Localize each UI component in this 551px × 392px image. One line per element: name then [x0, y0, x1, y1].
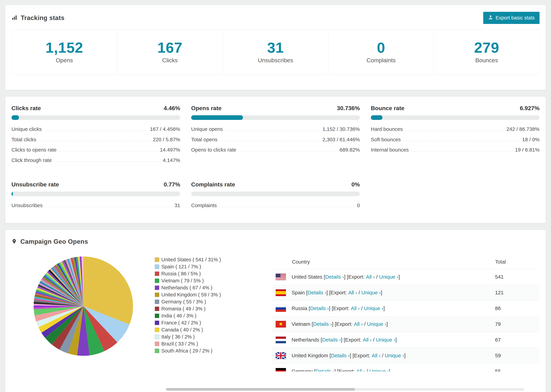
legend-swatch	[155, 300, 159, 304]
legend-label: Vietnam ( 79 / 5% )	[161, 278, 204, 284]
bracket: [	[332, 305, 333, 311]
export-unique-link[interactable]: Unique ›	[364, 305, 383, 311]
bracket: [	[329, 290, 330, 295]
bracket: [	[314, 368, 315, 371]
rate-row: Total clicks 220 / 5.87%	[11, 134, 180, 145]
export-label: Export:	[354, 353, 372, 358]
gb-flag-icon	[276, 352, 286, 359]
export-all-link[interactable]: All ›	[348, 290, 357, 295]
stat-label: Bounces	[434, 57, 539, 64]
legend-label: United Kingdom ( 59 / 3% )	[161, 292, 221, 298]
rate-rows: Unsubscribes 31	[11, 200, 180, 211]
rate-row: Hard bounces 242 / 86.738%	[371, 124, 540, 134]
progress-bar	[11, 115, 180, 120]
details-link[interactable]: Details ›	[316, 368, 334, 371]
export-unique-link[interactable]: Unique ›	[361, 290, 381, 295]
details-link[interactable]: Details ›	[313, 321, 332, 327]
legend-item-italy: Italy ( 36 / 2% )	[155, 333, 228, 340]
legend-item-india: India ( 46 / 3% )	[155, 312, 228, 319]
stats-row: 1,152 Opens 167 Clicks 31 Unsubscribes 0…	[11, 30, 540, 75]
stat-box-opens: 1,152 Opens	[12, 30, 117, 75]
bracket: ]	[395, 337, 397, 343]
bracket: ]	[350, 353, 351, 358]
export-label: Export:	[336, 321, 354, 327]
dotted-leader	[44, 131, 148, 131]
legend-label: Russia ( 86 / 5% )	[161, 271, 201, 277]
details-link[interactable]: Details ›	[331, 353, 350, 358]
rate-head: Opens rate 30.736%	[191, 105, 360, 112]
rate-row-value: 4.147%	[163, 157, 180, 163]
slash: /	[365, 368, 369, 371]
export-all-link[interactable]: All ›	[356, 368, 365, 371]
country-name: Russia	[292, 305, 307, 311]
legend-label: Brazil ( 33 / 2% )	[161, 341, 198, 347]
export-label: Export:	[331, 290, 348, 295]
details-link[interactable]: Details ›	[325, 274, 344, 280]
legend-item-united-states: United States ( 541 / 31% )	[155, 256, 228, 263]
horizontal-scrollbar-thumb[interactable]	[166, 388, 355, 391]
details-link[interactable]: Details ›	[308, 290, 326, 295]
rate-rows: Unique clicks 167 / 4.456% Total clicks …	[11, 124, 180, 165]
country-name: Netherlands	[292, 337, 319, 343]
rate-row: Opens to clicks rate 689.82%	[191, 145, 360, 155]
rate-row-value: 14.497%	[160, 147, 180, 153]
geo-pie-wrap	[32, 255, 135, 357]
bracket: [	[353, 353, 354, 358]
bracket: ]	[381, 290, 382, 295]
export-all-link[interactable]: All ›	[351, 305, 360, 311]
dotted-leader	[405, 131, 504, 131]
stat-value: 0	[328, 40, 434, 55]
rate-row-label: Hard bounces	[371, 126, 403, 132]
export-unique-link[interactable]: Unique ›	[367, 321, 386, 327]
slash: /	[357, 290, 361, 295]
geo-table-row-nl: Netherlands [Details ›] [Export: All › /…	[272, 332, 540, 348]
horizontal-scrollbar-track[interactable]	[166, 388, 524, 391]
export-unique-link[interactable]: Unique ›	[376, 337, 395, 343]
export-all-link[interactable]: All ›	[372, 353, 381, 358]
export-unique-link[interactable]: Unique ›	[379, 274, 398, 280]
rate-row: Unsubscribes 31	[11, 200, 180, 211]
export-label: Export:	[345, 337, 363, 343]
export-basic-stats-button[interactable]: Export basic stats	[483, 12, 540, 24]
country-name: Germany	[292, 368, 313, 371]
stat-value: 1,152	[12, 40, 117, 55]
export-unique-link[interactable]: Unique ›	[369, 368, 389, 371]
bracket: [	[306, 290, 308, 295]
column-header-country: Country	[272, 259, 310, 265]
legend-item-netherlands: Netherlands ( 67 / 4% )	[155, 284, 228, 291]
rate-head: Clicks rate 4.46%	[11, 105, 180, 112]
rate-row: Total opens 2,303 / 61.446%	[191, 134, 360, 145]
rate-percentage: 30.736%	[337, 105, 360, 112]
export-unique-link[interactable]: Unique ›	[385, 353, 404, 358]
rate-title: Complaints rate	[191, 181, 235, 188]
rate-percentage: 4.46%	[164, 105, 180, 112]
export-all-link[interactable]: All ›	[354, 321, 363, 327]
geo-opens-title: Campaign Geo Opens	[20, 238, 88, 245]
rate-row: Click through rate 4.147%	[11, 155, 180, 166]
tracking-stats-title-group: Tracking stats	[11, 14, 64, 21]
legend-label: Netherlands ( 67 / 4% )	[161, 285, 212, 291]
legend-label: South Africa ( 29 / 2% )	[161, 348, 212, 354]
legend-item-vietnam: Vietnam ( 79 / 5% )	[155, 277, 228, 284]
export-all-link[interactable]: All ›	[363, 337, 372, 343]
legend-item-germany: Germany ( 55 / 3% )	[155, 298, 228, 305]
rate-block-bounce-rate: Bounce rate 6.927% Hard bounces 242 / 86…	[371, 105, 540, 165]
bracket: ]	[329, 305, 330, 311]
details-link[interactable]: Details ›	[310, 305, 329, 311]
bracket: ]	[383, 305, 385, 311]
bracket: ]	[389, 368, 390, 371]
rate-row-value: 2,303 / 61.446%	[322, 137, 360, 143]
rate-row-value: 1,152 / 30.736%	[322, 126, 360, 132]
export-all-link[interactable]: All ›	[366, 274, 375, 280]
rate-row: Clicks to opens rate 14.497%	[11, 145, 180, 155]
rate-rows: Hard bounces 242 / 86.738% Soft bounces …	[371, 124, 540, 155]
rate-row-value: 18 / 0%	[522, 137, 540, 143]
rate-row-label: Clicks to opens rate	[11, 147, 57, 153]
stat-value: 31	[223, 40, 328, 55]
rate-percentage: 0%	[352, 181, 360, 188]
stat-label: Opens	[12, 57, 117, 64]
details-link[interactable]: Details ›	[322, 337, 341, 343]
rate-row: Unique clicks 167 / 4.456%	[11, 124, 180, 134]
geo-opens-header: Campaign Geo Opens	[11, 238, 540, 245]
export-label: Export:	[333, 305, 351, 311]
